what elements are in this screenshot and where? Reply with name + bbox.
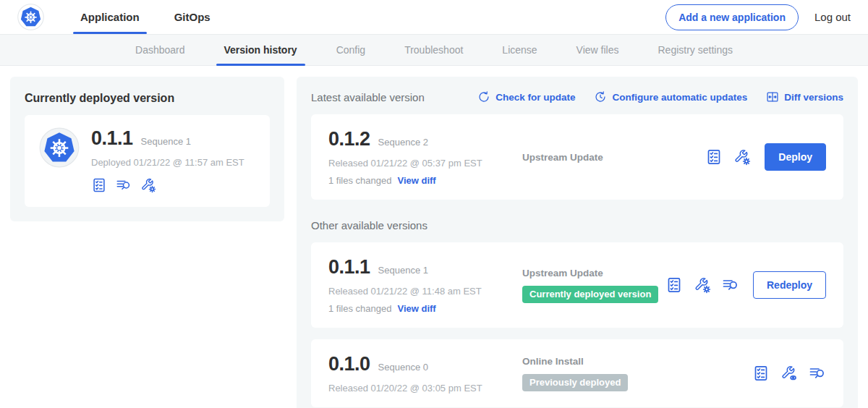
version-number: 0.1.2	[328, 128, 370, 150]
kubernetes-logo-icon	[17, 4, 44, 30]
subnav-tab-dashboard[interactable]: Dashboard	[116, 35, 205, 65]
deploy-button[interactable]: Deploy	[765, 143, 826, 171]
subnav-tab-view-files[interactable]: View files	[557, 35, 639, 65]
wrench-gear-icon[interactable]	[694, 276, 711, 294]
check-for-update-link[interactable]: Check for update	[477, 90, 575, 103]
app-logo-icon	[39, 127, 80, 193]
version-source: Online Install Previously deployed	[503, 356, 752, 391]
version-number: 0.1.0	[328, 353, 370, 375]
released-timestamp: Released 01/21/22 @ 05:37 pm EST	[328, 158, 503, 169]
version-actions	[752, 365, 826, 382]
version-source: Upstream Update	[503, 152, 705, 163]
deployed-version-info: 0.1.1 Sequence 1 Deployed 01/21/22 @ 11:…	[91, 127, 244, 193]
version-sequence: Sequence 0	[378, 362, 428, 373]
version-actions: Deploy	[705, 143, 826, 171]
version-sequence: Sequence 1	[378, 265, 428, 276]
version-history-panel: Latest available version Check for updat…	[297, 77, 858, 408]
clock-refresh-icon	[594, 90, 607, 103]
version-card-0.1.0: 0.1.0 Sequence 0 Released 01/20/22 @ 03:…	[311, 339, 843, 407]
top-navbar: ApplicationGitOps Add a new application …	[0, 0, 868, 34]
checklist-icon[interactable]	[665, 276, 683, 294]
subnav-tab-version-history[interactable]: Version history	[205, 35, 317, 65]
logs-icon[interactable]	[722, 276, 739, 294]
topnav-tab-gitops[interactable]: GitOps	[157, 0, 228, 34]
version-source: Upstream Update Currently deployed versi…	[503, 268, 665, 303]
checklist-icon[interactable]	[91, 177, 107, 193]
latest-version-card-wrap: 0.1.2 Sequence 2 Released 01/21/22 @ 05:…	[311, 114, 843, 200]
files-changed: 1 files changedView diff	[328, 175, 503, 186]
diff-versions-link[interactable]: Diff versions	[766, 90, 843, 103]
topnav-right: Add a new application Log out	[665, 0, 851, 34]
deployed-version-actions	[91, 177, 244, 193]
logout-link[interactable]: Log out	[814, 11, 851, 23]
deploy-status-badge: Previously deployed	[522, 374, 628, 391]
deployed-version-number: 0.1.1	[91, 127, 133, 150]
subnav-tab-registry-settings[interactable]: Registry settings	[639, 35, 752, 65]
wrench-gear-icon[interactable]	[733, 148, 751, 166]
deployed-version-card: 0.1.1 Sequence 1 Deployed 01/21/22 @ 11:…	[25, 115, 270, 207]
subnav-tab-config[interactable]: Config	[317, 35, 385, 65]
main-content: Currently deployed version	[0, 66, 868, 408]
configure-automatic-updates-link[interactable]: Configure automatic updates	[594, 90, 747, 103]
subnav-tab-troubleshoot[interactable]: Troubleshoot	[385, 35, 482, 65]
diff-icon	[766, 90, 779, 103]
wrench-eye-icon[interactable]	[780, 365, 798, 382]
files-changed: 1 files changedView diff	[328, 303, 503, 314]
update-actions: Check for update Configure automatic upd…	[477, 90, 843, 103]
version-info: 0.1.2 Sequence 2 Released 01/21/22 @ 05:…	[328, 128, 503, 186]
refresh-icon	[477, 90, 490, 103]
topnav-tabs: ApplicationGitOps	[63, 0, 228, 34]
view-diff-link[interactable]: View diff	[397, 303, 435, 314]
logs-icon[interactable]	[809, 365, 826, 382]
currently-deployed-panel: Currently deployed version	[10, 77, 284, 221]
latest-available-title: Latest available version	[311, 91, 425, 103]
version-info: 0.1.0 Sequence 0 Released 01/20/22 @ 03:…	[328, 353, 503, 394]
other-versions-list: 0.1.1 Sequence 1 Released 01/21/22 @ 11:…	[311, 242, 843, 407]
topnav-tab-application[interactable]: Application	[63, 0, 157, 34]
view-diff-link[interactable]: View diff	[397, 175, 435, 186]
currently-deployed-title: Currently deployed version	[25, 92, 270, 105]
add-new-application-button[interactable]: Add a new application	[665, 4, 799, 30]
wrench-gear-icon[interactable]	[140, 177, 156, 193]
subnav-tab-license[interactable]: License	[482, 35, 556, 65]
version-actions: Redeploy	[665, 271, 826, 299]
version-info: 0.1.1 Sequence 1 Released 01/21/22 @ 11:…	[328, 256, 503, 314]
latest-version-header: Latest available version Check for updat…	[311, 90, 843, 103]
version-card-0.1.1: 0.1.1 Sequence 1 Released 01/21/22 @ 11:…	[311, 242, 843, 328]
version-sequence: Sequence 2	[378, 137, 428, 148]
checklist-icon[interactable]	[705, 148, 723, 166]
other-versions-title: Other available versions	[311, 219, 843, 231]
version-card-0.1.2: 0.1.2 Sequence 2 Released 01/21/22 @ 05:…	[311, 114, 843, 200]
checklist-icon[interactable]	[752, 365, 770, 382]
version-number: 0.1.1	[328, 256, 370, 279]
deploy-status-badge: Currently deployed version	[522, 286, 658, 303]
deployed-timestamp: Deployed 01/21/22 @ 11:57 am EST	[91, 157, 244, 168]
redeploy-button[interactable]: Redeploy	[753, 271, 826, 299]
app-subnav: DashboardVersion historyConfigTroublesho…	[0, 34, 868, 66]
released-timestamp: Released 01/20/22 @ 03:05 pm EST	[328, 383, 503, 394]
deployed-version-sequence: Sequence 1	[141, 136, 191, 147]
released-timestamp: Released 01/21/22 @ 11:48 am EST	[328, 286, 503, 297]
logs-icon[interactable]	[116, 177, 132, 193]
